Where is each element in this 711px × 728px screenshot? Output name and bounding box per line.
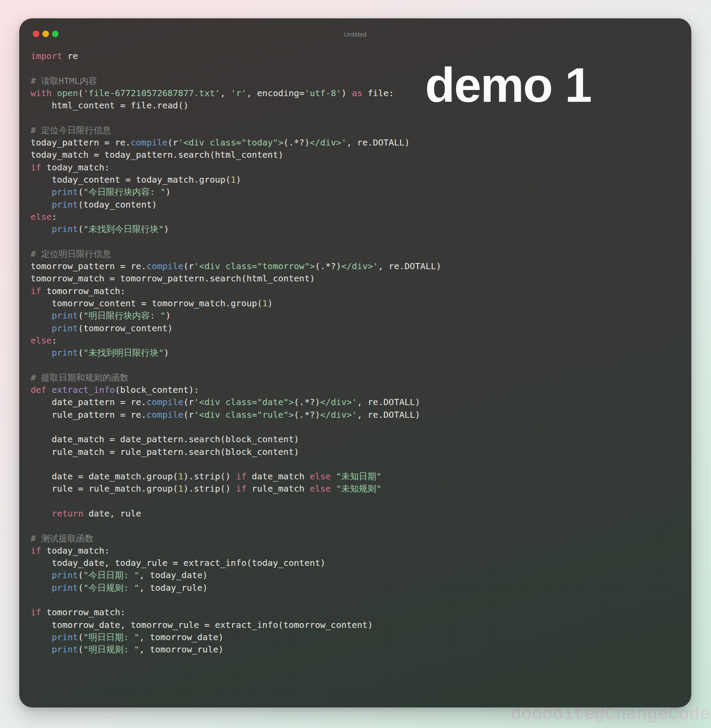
code-token-pl: ( bbox=[78, 582, 83, 593]
code-token-pl: date = date_match.group( bbox=[31, 471, 178, 482]
code-token-kw: def bbox=[31, 385, 46, 395]
code-token-pl: (today_content) bbox=[78, 199, 157, 210]
code-token-fn: print bbox=[52, 199, 78, 210]
code-token-pl bbox=[331, 471, 336, 482]
code-token-defn: extract_info bbox=[52, 385, 115, 395]
code-token-kw: else bbox=[31, 335, 52, 346]
code-token-pl bbox=[31, 582, 52, 593]
code-token-fn: print bbox=[52, 644, 78, 655]
code-line: date = date_match.group(1).strip() if da… bbox=[31, 470, 683, 482]
code-token-kw: with bbox=[31, 88, 52, 98]
code-line: print("明日规则: ", tomorrow_rule) bbox=[31, 643, 683, 655]
code-line bbox=[31, 520, 683, 532]
code-line bbox=[31, 111, 683, 124]
code-token-pl bbox=[31, 199, 52, 210]
code-token-pl: today_date, today_rule = extract_info(to… bbox=[31, 558, 325, 568]
code-token-pl: ) bbox=[164, 224, 169, 234]
code-token-pl: today_match = today_pattern.search(html_… bbox=[31, 149, 283, 160]
code-token-str: </div>' bbox=[310, 137, 346, 148]
code-token-pl: html_content = file.read() bbox=[31, 100, 188, 111]
code-token-str: "未找到今日限行块" bbox=[83, 224, 164, 234]
code-token-fn: compile bbox=[146, 409, 183, 420]
code-token-str: "未找到明日限行块" bbox=[83, 347, 164, 358]
code-token-pl: ).strip() bbox=[183, 471, 236, 482]
code-token-str: </div>' bbox=[320, 397, 357, 407]
code-token-fn: print bbox=[52, 187, 78, 197]
code-token-pl: (.*?) bbox=[315, 261, 341, 271]
code-token-str: 'r' bbox=[231, 88, 247, 98]
code-token-pl: ( bbox=[78, 632, 83, 642]
code-line: # 提取日期和规则的函数 bbox=[31, 371, 683, 384]
code-line bbox=[31, 421, 683, 433]
code-line: tomorrow_content = tomorrow_match.group(… bbox=[31, 297, 683, 309]
code-token-pl: , today_date) bbox=[139, 570, 208, 580]
code-token-pl: ( bbox=[78, 88, 83, 98]
code-token-str: "明日限行块内容: " bbox=[83, 310, 165, 321]
code-token-str: "明日规则: " bbox=[83, 644, 139, 655]
code-token-pl: ( bbox=[78, 310, 83, 321]
code-token-pl: , re.DOTALL) bbox=[378, 261, 442, 271]
code-token-pl: (r bbox=[183, 409, 194, 420]
desktop-background: dooooite@ChangeCode Untitled import re #… bbox=[0, 0, 711, 728]
code-token-num: 1 bbox=[178, 471, 183, 482]
code-token-kw: if bbox=[31, 607, 41, 617]
code-line: tomorrow_pattern = re.compile(r'<div cla… bbox=[31, 260, 683, 272]
code-token-str: "未知规则" bbox=[336, 483, 381, 494]
code-token-num: 1 bbox=[262, 298, 268, 309]
code-line: print("未找到明日限行块") bbox=[31, 347, 683, 359]
code-line bbox=[31, 594, 683, 606]
code-token-fn: print bbox=[52, 347, 78, 358]
code-token-str: "明日日期: " bbox=[83, 632, 139, 642]
code-token-pl bbox=[31, 347, 52, 358]
code-token-pl: , re.DOTALL) bbox=[347, 137, 410, 148]
code-line bbox=[31, 458, 683, 470]
code-line: print(tomorrow_content) bbox=[31, 322, 683, 334]
code-line: # 测试提取函数 bbox=[31, 532, 683, 544]
code-token-pl: (tomorrow_content) bbox=[78, 323, 173, 333]
code-token-kw: as bbox=[352, 88, 362, 98]
code-token-pl: today_pattern = re. bbox=[31, 137, 131, 148]
code-token-pl: , re.DOTALL) bbox=[357, 397, 421, 407]
code-token-pl bbox=[31, 323, 52, 333]
code-token-pl: ) bbox=[341, 88, 352, 98]
code-line bbox=[31, 235, 683, 247]
code-token-com: # 测试提取函数 bbox=[31, 533, 94, 544]
code-token-pl: ( bbox=[78, 187, 83, 197]
watermark-text: dooooite@ChangeCode bbox=[511, 705, 710, 725]
code-token-pl: date_match = date_pattern.search(block_c… bbox=[31, 434, 299, 444]
code-token-pl bbox=[31, 187, 52, 197]
code-line: print("今日规则: ", today_rule) bbox=[31, 582, 683, 594]
code-token-pl: today_content = today_match.group( bbox=[31, 174, 231, 185]
code-token-fn: compile bbox=[131, 137, 167, 148]
code-line: print("今日限行块内容: ") bbox=[31, 186, 683, 198]
code-token-kw: if bbox=[236, 471, 247, 482]
titlebar: Untitled bbox=[19, 18, 691, 49]
code-line: def extract_info(block_content): bbox=[31, 384, 683, 396]
code-token-str: "未知日期" bbox=[336, 471, 381, 482]
code-token-pl: (.*?) bbox=[294, 397, 320, 407]
code-token-com: # 定位今日限行信息 bbox=[31, 125, 111, 135]
code-token-pl: tomorrow_match = tomorrow_pattern.search… bbox=[31, 273, 315, 284]
code-token-pl: rule_match bbox=[247, 483, 310, 494]
code-line: today_pattern = re.compile(r'<div class=… bbox=[31, 136, 683, 149]
code-line: today_content = today_match.group(1) bbox=[31, 173, 683, 186]
code-token-pl: tomorrow_date, tomorrow_rule = extract_i… bbox=[31, 620, 373, 630]
code-token-pl: , today_rule) bbox=[139, 582, 208, 593]
code-token-pl bbox=[31, 632, 52, 642]
code-token-pl: , bbox=[220, 88, 231, 98]
code-line: if tomorrow_match: bbox=[31, 606, 683, 618]
code-token-pl: ) bbox=[166, 187, 171, 197]
code-token-kw: else bbox=[31, 211, 52, 222]
code-token-kw: if bbox=[31, 162, 41, 173]
code-token-com: # 读取HTML内容 bbox=[31, 76, 97, 86]
code-line: if today_match: bbox=[31, 161, 683, 173]
code-line: if tomorrow_match: bbox=[31, 285, 683, 297]
code-line: date_match = date_pattern.search(block_c… bbox=[31, 433, 683, 445]
code-token-str: </div>' bbox=[341, 261, 378, 271]
code-token-pl: (r bbox=[183, 261, 194, 271]
code-line: print("明日限行块内容: ") bbox=[31, 309, 683, 322]
code-token-pl bbox=[31, 224, 52, 234]
code-block[interactable]: import re # 读取HTML内容with open('file-6772… bbox=[31, 50, 683, 699]
code-token-num: 1 bbox=[231, 174, 236, 185]
code-token-pl: , re.DOTALL) bbox=[357, 409, 421, 420]
